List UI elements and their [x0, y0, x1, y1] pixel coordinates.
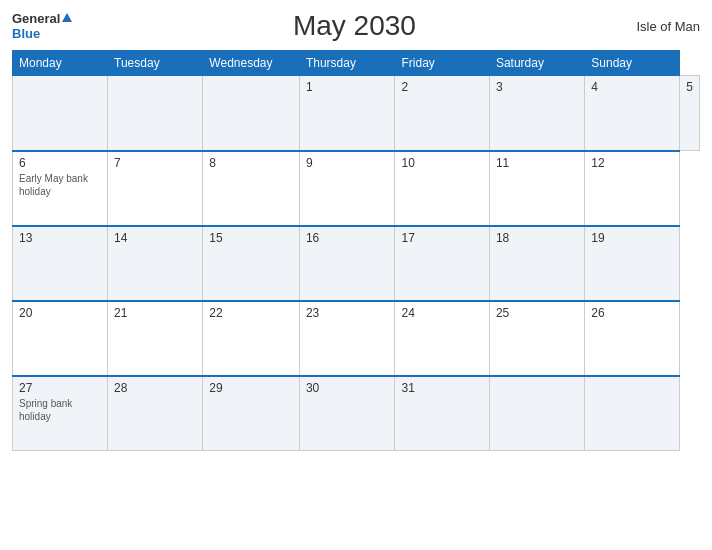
calendar-cell: 14 [108, 226, 203, 301]
calendar-cell: 1 [299, 76, 395, 151]
calendar-week-row: 27Spring bank holiday28293031 [13, 376, 700, 451]
day-number: 15 [209, 231, 293, 245]
header-tuesday: Tuesday [108, 51, 203, 76]
logo-triangle-icon [62, 13, 72, 22]
day-number: 30 [306, 381, 389, 395]
logo-general-text: General [12, 11, 60, 26]
calendar-week-row: 12345 [13, 76, 700, 151]
calendar-cell: 22 [203, 301, 300, 376]
day-number: 5 [686, 80, 693, 94]
calendar-cell [489, 376, 584, 451]
calendar-cell: 23 [299, 301, 395, 376]
day-number: 12 [591, 156, 673, 170]
calendar-cell: 3 [489, 76, 584, 151]
calendar-week-row: 20212223242526 [13, 301, 700, 376]
calendar-table: Monday Tuesday Wednesday Thursday Friday… [12, 50, 700, 451]
day-number: 11 [496, 156, 578, 170]
event-label: Early May bank holiday [19, 172, 101, 198]
calendar-cell: 31 [395, 376, 489, 451]
calendar-cell: 10 [395, 151, 489, 226]
day-number: 4 [591, 80, 673, 94]
day-number: 2 [401, 80, 482, 94]
calendar-week-row: 6Early May bank holiday789101112 [13, 151, 700, 226]
calendar-cell: 24 [395, 301, 489, 376]
day-number: 17 [401, 231, 482, 245]
day-number: 28 [114, 381, 196, 395]
logo: General Blue [12, 11, 72, 41]
day-number: 29 [209, 381, 293, 395]
calendar-cell [108, 76, 203, 151]
calendar-cell [13, 76, 108, 151]
event-label: Spring bank holiday [19, 397, 101, 423]
calendar-cell: 4 [585, 76, 680, 151]
calendar-cell: 8 [203, 151, 300, 226]
calendar-cell: 28 [108, 376, 203, 451]
calendar-cell: 15 [203, 226, 300, 301]
calendar-cell: 26 [585, 301, 680, 376]
day-number: 26 [591, 306, 673, 320]
calendar-title: May 2030 [293, 10, 416, 42]
day-number: 8 [209, 156, 293, 170]
calendar-cell: 16 [299, 226, 395, 301]
header-thursday: Thursday [299, 51, 395, 76]
day-number: 22 [209, 306, 293, 320]
calendar-cell: 27Spring bank holiday [13, 376, 108, 451]
day-number: 21 [114, 306, 196, 320]
calendar-cell: 2 [395, 76, 489, 151]
day-number: 1 [306, 80, 389, 94]
weekday-header-row: Monday Tuesday Wednesday Thursday Friday… [13, 51, 700, 76]
day-number: 7 [114, 156, 196, 170]
day-number: 10 [401, 156, 482, 170]
calendar-cell: 21 [108, 301, 203, 376]
calendar-cell: 9 [299, 151, 395, 226]
logo-blue-text: Blue [12, 26, 40, 41]
day-number: 14 [114, 231, 196, 245]
calendar-cell: 12 [585, 151, 680, 226]
day-number: 6 [19, 156, 101, 170]
calendar-week-row: 13141516171819 [13, 226, 700, 301]
calendar-cell: 25 [489, 301, 584, 376]
calendar-cell: 13 [13, 226, 108, 301]
day-number: 16 [306, 231, 389, 245]
day-number: 3 [496, 80, 578, 94]
calendar-cell: 7 [108, 151, 203, 226]
region-label: Isle of Man [636, 19, 700, 34]
calendar-cell: 20 [13, 301, 108, 376]
day-number: 9 [306, 156, 389, 170]
day-number: 19 [591, 231, 673, 245]
day-number: 18 [496, 231, 578, 245]
calendar-cell [203, 76, 300, 151]
day-number: 20 [19, 306, 101, 320]
day-number: 27 [19, 381, 101, 395]
header-monday: Monday [13, 51, 108, 76]
calendar-cell: 17 [395, 226, 489, 301]
calendar-page: General Blue May 2030 Isle of Man Monday… [0, 0, 712, 550]
calendar-cell: 29 [203, 376, 300, 451]
calendar-cell: 6Early May bank holiday [13, 151, 108, 226]
calendar-cell [585, 376, 680, 451]
header-friday: Friday [395, 51, 489, 76]
calendar-cell: 19 [585, 226, 680, 301]
calendar-cell: 5 [680, 76, 700, 151]
header-saturday: Saturday [489, 51, 584, 76]
header-wednesday: Wednesday [203, 51, 300, 76]
day-number: 23 [306, 306, 389, 320]
calendar-cell: 30 [299, 376, 395, 451]
calendar-cell: 18 [489, 226, 584, 301]
header-sunday: Sunday [585, 51, 680, 76]
day-number: 13 [19, 231, 101, 245]
day-number: 31 [401, 381, 482, 395]
calendar-cell: 11 [489, 151, 584, 226]
day-number: 24 [401, 306, 482, 320]
day-number: 25 [496, 306, 578, 320]
calendar-header: General Blue May 2030 Isle of Man [12, 10, 700, 42]
